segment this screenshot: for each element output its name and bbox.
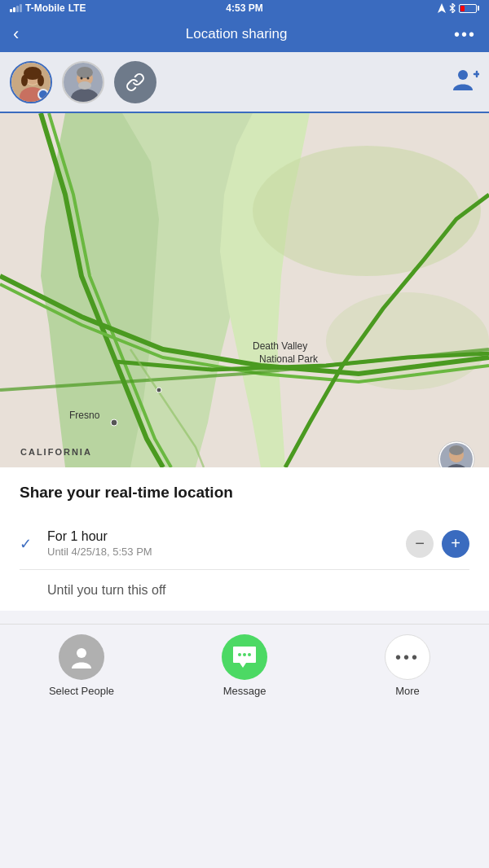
svg-point-6 [21, 75, 28, 86]
bottom-panel: Share your real-time location ✓ For 1 ho… [0, 467, 489, 611]
page-title: Location sharing [186, 26, 288, 42]
network-label: LTE [68, 2, 86, 14]
svg-point-36 [77, 648, 86, 658]
add-person-icon [453, 68, 479, 90]
select-people-icon-bg [59, 634, 104, 680]
panel-title: Share your real-time location [20, 484, 469, 502]
more-action[interactable]: ••• More [359, 634, 456, 697]
contact-avatar-2[interactable] [62, 61, 104, 103]
contact-avatar-1[interactable] [10, 61, 52, 103]
decrease-time-button[interactable]: − [406, 530, 434, 558]
svg-point-7 [37, 75, 44, 86]
svg-point-39 [248, 653, 251, 656]
bottom-actions: Select People Message ••• More [0, 624, 489, 713]
check-icon: ✓ [20, 535, 36, 553]
option-main-1: For 1 hour [47, 529, 406, 544]
message-label: Message [223, 685, 267, 697]
svg-point-35 [449, 445, 464, 455]
person-icon [70, 646, 93, 669]
more-label: More [395, 685, 420, 697]
map-view[interactable]: Fresno CALIFORNIA Death Valley National … [0, 113, 489, 467]
increase-time-button[interactable]: + [442, 530, 469, 558]
message-icon [231, 646, 258, 669]
svg-point-37 [238, 653, 241, 656]
svg-text:Death Valley: Death Valley [253, 340, 307, 352]
active-dot [37, 89, 49, 100]
back-button[interactable]: ‹ [13, 24, 19, 45]
option-row-1hour[interactable]: ✓ For 1 hour Until 4/25/18, 5:53 PM − + [20, 518, 469, 570]
message-action[interactable]: Message [196, 634, 293, 697]
svg-marker-0 [438, 3, 446, 13]
svg-point-21 [111, 419, 117, 426]
time-controls: − + [406, 530, 469, 558]
svg-point-14 [87, 77, 90, 79]
select-people-action[interactable]: Select People [33, 634, 130, 697]
select-people-label: Select People [49, 685, 114, 697]
option-row-forever[interactable]: Until you turn this off [20, 570, 469, 611]
signal-icon [10, 4, 22, 12]
svg-point-13 [81, 77, 83, 79]
svg-point-15 [458, 70, 468, 80]
add-person-button[interactable] [453, 68, 479, 96]
location-icon [438, 3, 446, 13]
svg-text:National Park: National Park [259, 353, 319, 365]
message-icon-bg [222, 634, 267, 680]
option-text-1: For 1 hour Until 4/25/18, 5:53 PM [47, 529, 406, 558]
more-dots-icon: ••• [395, 648, 420, 667]
location-options: ✓ For 1 hour Until 4/25/18, 5:53 PM − + … [20, 518, 469, 611]
svg-point-22 [156, 388, 161, 392]
status-bar: T-Mobile LTE 4:53 PM [0, 0, 489, 16]
link-icon [126, 72, 145, 92]
more-button[interactable]: ••• [454, 25, 476, 44]
svg-point-38 [243, 653, 246, 656]
svg-text:CALIFORNIA: CALIFORNIA [20, 447, 92, 457]
contact-link-avatar[interactable] [114, 61, 156, 103]
bluetooth-icon [449, 3, 456, 13]
svg-text:Fresno: Fresno [69, 410, 100, 421]
more-icon-bg: ••• [385, 634, 430, 680]
svg-point-19 [253, 146, 481, 276]
option-sub-1: Until 4/25/18, 5:53 PM [47, 546, 406, 558]
status-time: 4:53 PM [226, 2, 262, 14]
contacts-row [0, 52, 489, 113]
svg-point-12 [78, 81, 91, 90]
option-text-2: Until you turn this off [20, 583, 166, 598]
nav-bar: ‹ Location sharing ••• [0, 16, 489, 52]
carrier-label: T-Mobile [25, 2, 65, 14]
battery-icon [459, 4, 479, 13]
svg-point-11 [77, 67, 93, 78]
